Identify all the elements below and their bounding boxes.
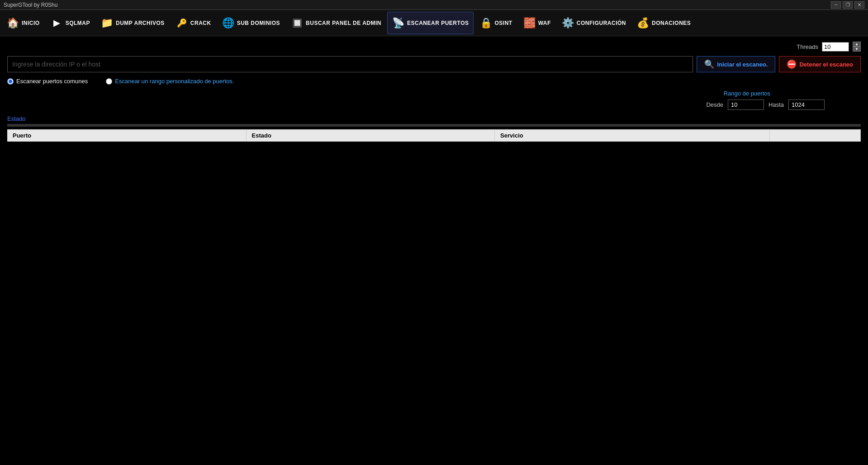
app-title: SuperGTool by R0Shu (4, 2, 57, 8)
threads-spinner: ▲ ▼ (853, 42, 861, 52)
main-content: Threads ▲ ▼ 🔍 Iniciar el escaneo. ⛔ Dete… (0, 36, 868, 361)
scan-stop-icon: ⛔ (787, 59, 797, 69)
title-bar-left: SuperGTool by R0Shu (4, 2, 57, 8)
nav-item-escanear[interactable]: 📡ESCANEAR PUERTOS (387, 12, 474, 34)
nav-item-crack[interactable]: 🔑CRACK (171, 12, 216, 34)
range-to-input[interactable] (788, 100, 825, 110)
nav-icon-waf: 🧱 (523, 17, 536, 29)
nav-label-configuracion: CONFIGURACIÓN (577, 20, 626, 26)
range-section: Rango de puertos Desde Hasta (7, 90, 825, 110)
table-header-puerto: Puerto (7, 129, 246, 142)
threads-label: Threads (797, 43, 818, 50)
nav-item-subdominios[interactable]: 🌐SUB DOMINIOS (217, 12, 285, 34)
title-bar: SuperGTool by R0Shu ─ ❐ ✕ (0, 0, 868, 10)
nav-item-buscar[interactable]: 🔲BUSCAR PANEL DE ADMIN (286, 12, 386, 34)
nav-item-donaciones[interactable]: 💰DONACIONES (632, 12, 696, 34)
threads-down-button[interactable]: ▼ (853, 47, 861, 52)
host-row: 🔍 Iniciar el escaneo. ⛔ Detener el escan… (7, 56, 861, 72)
progress-bar-container (7, 124, 861, 127)
nav-label-crack: CRACK (190, 20, 211, 26)
radio-custom-input[interactable] (106, 78, 112, 85)
nav-label-inicio: INICIO (22, 20, 40, 26)
nav-icon-inicio: 🏠 (7, 17, 19, 29)
stop-scan-label: Detener el escaneo (799, 61, 853, 68)
range-to-label: Hasta (768, 101, 784, 108)
radio-common-option[interactable]: Escanear puertos comunes (7, 78, 88, 85)
range-section-label: Rango de puertos (724, 90, 770, 97)
radio-common-input[interactable] (7, 78, 14, 85)
start-scan-button[interactable]: 🔍 Iniciar el escaneo. (697, 56, 775, 72)
navbar: 🏠INICIO▶SQLMAP📁DUMP ARCHIVOS🔑CRACK🌐SUB D… (0, 10, 868, 36)
host-input[interactable] (7, 56, 693, 72)
options-row: Escanear puertos comunes Escanear un ran… (7, 78, 861, 85)
results-area: PuertoEstadoServicio (7, 129, 861, 356)
range-inputs: Desde Hasta (706, 100, 825, 110)
results-table: PuertoEstadoServicio (7, 129, 861, 142)
threads-row: Threads ▲ ▼ (7, 42, 861, 52)
nav-item-inicio[interactable]: 🏠INICIO (2, 12, 45, 34)
close-button[interactable]: ✕ (854, 1, 864, 9)
threads-up-button[interactable]: ▲ (853, 42, 861, 47)
nav-label-donaciones: DONACIONES (652, 20, 691, 26)
nav-icon-sqlmap: ▶ (51, 17, 63, 29)
nav-icon-escanear: 📡 (392, 17, 405, 29)
scan-start-icon: 🔍 (704, 59, 714, 69)
radio-custom-option[interactable]: Escanear un rango personalizado de puert… (106, 78, 234, 85)
nav-icon-crack: 🔑 (175, 17, 188, 29)
minimize-button[interactable]: ─ (831, 1, 841, 9)
nav-item-configuracion[interactable]: ⚙️CONFIGURACIÓN (557, 12, 631, 34)
nav-icon-buscar: 🔲 (291, 17, 304, 29)
nav-item-sqlmap[interactable]: ▶SQLMAP (46, 12, 95, 34)
restore-button[interactable]: ❐ (843, 1, 853, 9)
nav-label-subdominios: SUB DOMINIOS (237, 20, 280, 26)
nav-icon-subdominios: 🌐 (222, 17, 235, 29)
nav-label-sqlmap: SQLMAP (66, 20, 90, 26)
nav-item-waf[interactable]: 🧱WAF (518, 12, 556, 34)
radio-custom-label: Escanear un rango personalizado de puert… (115, 78, 234, 85)
nav-label-buscar: BUSCAR PANEL DE ADMIN (306, 20, 381, 26)
range-from-label: Desde (706, 101, 723, 108)
nav-icon-donaciones: 💰 (637, 17, 650, 29)
title-bar-controls: ─ ❐ ✕ (831, 1, 864, 9)
nav-icon-osint: 🔒 (479, 17, 492, 29)
table-header-extra (769, 129, 860, 142)
nav-icon-dump: 📁 (101, 17, 114, 29)
start-scan-label: Iniciar el escaneo. (717, 61, 768, 68)
table-header-row: PuertoEstadoServicio (7, 129, 861, 142)
estado-section: Estado (7, 115, 861, 127)
table-header-estado: Estado (246, 129, 495, 142)
estado-label: Estado (7, 115, 861, 122)
nav-item-osint[interactable]: 🔒OSINT (474, 12, 517, 34)
nav-label-osint: OSINT (494, 20, 512, 26)
nav-label-dump: DUMP ARCHIVOS (116, 20, 165, 26)
stop-scan-button[interactable]: ⛔ Detener el escaneo (779, 56, 861, 72)
nav-label-escanear: ESCANEAR PUERTOS (407, 20, 469, 26)
nav-icon-configuracion: ⚙️ (562, 17, 574, 29)
range-from-input[interactable] (728, 100, 764, 110)
nav-item-dump[interactable]: 📁DUMP ARCHIVOS (96, 12, 170, 34)
table-header-servicio: Servicio (495, 129, 770, 142)
threads-input[interactable] (822, 42, 849, 52)
radio-common-label: Escanear puertos comunes (16, 78, 88, 85)
nav-label-waf: WAF (538, 20, 551, 26)
